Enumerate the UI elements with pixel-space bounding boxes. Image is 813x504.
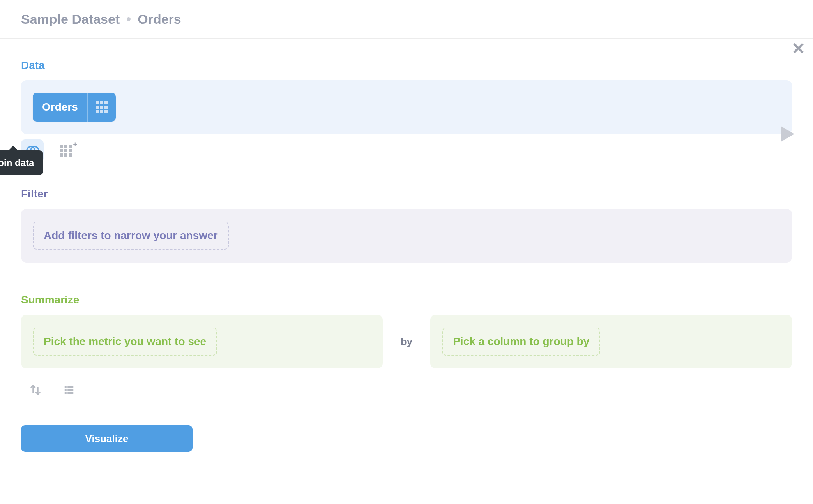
section-header-data: Data — [21, 59, 792, 72]
svg-rect-4 — [67, 389, 73, 391]
svg-rect-2 — [67, 386, 73, 388]
metric-panel: Pick the metric you want to see — [21, 315, 383, 368]
tooltip-join-data: Join data — [0, 150, 43, 175]
table-columns-icon[interactable] — [88, 93, 116, 122]
sort-icon[interactable] — [30, 384, 41, 397]
pick-groupby-button[interactable]: Pick a column to group by — [442, 328, 600, 356]
section-header-summarize: Summarize — [21, 294, 792, 306]
data-action-icons — [21, 139, 792, 162]
section-header-filter: Filter — [21, 188, 792, 200]
run-query-icon[interactable] — [781, 126, 794, 142]
selected-table-chip[interactable]: Orders — [33, 93, 116, 122]
svg-rect-6 — [67, 392, 73, 394]
filter-panel: Add filters to narrow your answer — [21, 209, 792, 263]
pick-metric-button[interactable]: Pick the metric you want to see — [33, 328, 217, 356]
summarize-row: Pick the metric you want to see by Pick … — [21, 315, 792, 368]
summarize-by-label: by — [401, 336, 412, 348]
svg-rect-1 — [65, 386, 67, 388]
section-data: Data Orders — [21, 59, 792, 162]
custom-column-button[interactable] — [55, 139, 77, 162]
section-filter: Filter Add filters to narrow your answer — [21, 188, 792, 263]
close-icon[interactable]: ✕ — [792, 41, 805, 57]
query-builder-page: ✕ Data Orders — [0, 39, 813, 504]
visualize-button[interactable]: Visualize — [21, 425, 193, 452]
custom-column-icon — [60, 145, 72, 157]
svg-rect-3 — [65, 389, 67, 391]
svg-marker-0 — [781, 126, 794, 142]
breadcrumb-bar: Sample Dataset Orders — [0, 0, 813, 39]
groupby-panel: Pick a column to group by — [430, 315, 792, 368]
row-limit-icon[interactable] — [63, 384, 75, 397]
breadcrumb: Sample Dataset Orders — [21, 12, 181, 27]
extra-action-icons — [21, 384, 792, 397]
section-summarize: Summarize Pick the metric you want to se… — [21, 294, 792, 452]
add-filter-button[interactable]: Add filters to narrow your answer — [33, 222, 229, 250]
svg-rect-5 — [65, 392, 67, 394]
breadcrumb-separator-icon — [127, 17, 131, 21]
breadcrumb-dataset[interactable]: Sample Dataset — [21, 12, 120, 27]
data-panel: Orders — [21, 80, 792, 134]
breadcrumb-table[interactable]: Orders — [138, 12, 181, 27]
selected-table-label: Orders — [33, 93, 88, 122]
